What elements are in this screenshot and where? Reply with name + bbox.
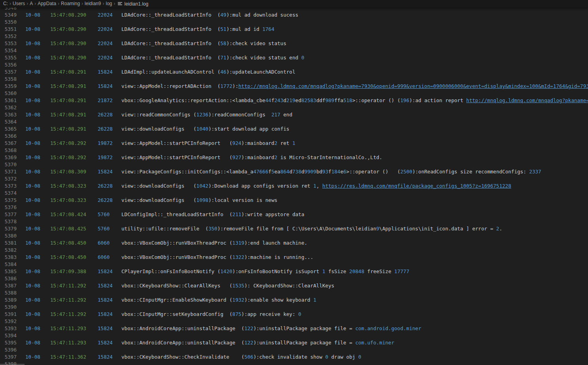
line-number[interactable]: 5352 (0, 33, 17, 40)
line-number[interactable]: 5365 (0, 125, 17, 133)
breadcrumb-item[interactable]: Roaming (61, 0, 80, 8)
line-number[interactable]: 5390 (0, 304, 17, 311)
line-number[interactable]: 5380 (0, 232, 17, 240)
breadcrumb-item[interactable]: leidian9 (85, 0, 101, 8)
log-date: 10-08 (25, 111, 50, 118)
line-number[interactable]: 5357 (0, 68, 17, 76)
log-line: 538510-0815:47:09.38815824CPlayerImpl::o… (0, 268, 588, 275)
chevron-right-icon: › (58, 0, 59, 8)
log-message: LDAdCore::_threadLoadStartInfo (49):mul … (121, 11, 298, 19)
log-time: 15:47:11.293 (50, 339, 98, 346)
line-number[interactable]: 5366 (0, 133, 17, 140)
chevron-right-icon: › (26, 0, 28, 8)
line-number[interactable]: 5359 (0, 83, 17, 90)
log-text: draw obj (328, 354, 358, 360)
log-url-link[interactable]: http://mnqlog.ldmnq.com/mnqadlog?pkaname… (466, 97, 588, 103)
breadcrumb-item[interactable]: C: (3, 0, 8, 8)
log-message: LDAdCore::_threadLoadStartInfo (58):chec… (121, 40, 286, 47)
log-text: ):local version is news (208, 197, 277, 203)
log-number: 1040 (197, 126, 208, 132)
line-number[interactable]: 5373 (0, 182, 17, 190)
log-message: view::readCommonConfigs (1236):readCommo… (121, 111, 292, 118)
log-line: 539110-0815:47:11.29215824vbox::CInputMg… (0, 311, 588, 318)
breadcrumb: C:›Users›A›AppData›Roaming›leidian9›log›… (0, 0, 588, 8)
log-url-link[interactable]: http://mnqlog.ldmnq.com/mnqadlog?pkaname… (238, 83, 588, 89)
line-number[interactable]: 5393 (0, 325, 17, 332)
log-number: 51 (220, 26, 226, 32)
log-text: , (316, 183, 322, 189)
breadcrumb-item[interactable]: log (106, 0, 112, 8)
line-number[interactable]: 5375 (0, 197, 17, 204)
line-number[interactable]: 5354 (0, 47, 17, 54)
line-number[interactable]: 5370 (0, 161, 17, 168)
log-text: vbox::CInputMgr::EnableShowKeyboard ( (121, 297, 233, 303)
log-file-icon (117, 1, 123, 8)
log-text: ):mainboard (241, 154, 274, 160)
line-number[interactable]: 5394 (0, 332, 17, 339)
line-number[interactable]: 5353 (0, 40, 17, 47)
line-number[interactable]: 5369 (0, 154, 17, 161)
line-number[interactable]: 5397 (0, 354, 17, 361)
line-number[interactable]: 5381 (0, 240, 17, 247)
breadcrumb-item[interactable]: Users (13, 0, 25, 8)
line-number[interactable]: 5386 (0, 275, 17, 282)
breadcrumb-item[interactable]: A (30, 0, 33, 8)
log-url-link[interactable]: https://res.ldmnq.com/mnqfile/package_co… (322, 183, 511, 189)
log-text: ret (277, 140, 292, 146)
line-number[interactable]: 5385 (0, 268, 17, 275)
line-number[interactable]: 5376 (0, 204, 17, 211)
line-number[interactable]: 5382 (0, 247, 17, 254)
line-number[interactable]: 5367 (0, 140, 17, 147)
log-number: 875 (233, 311, 242, 317)
line-number[interactable]: 5387 (0, 282, 17, 289)
line-number[interactable]: 5388 (0, 289, 17, 297)
line-number[interactable]: 5368 (0, 147, 17, 154)
line-number[interactable]: 5372 (0, 175, 17, 182)
log-line: 5394 (0, 332, 588, 339)
line-number[interactable]: 5351 (0, 26, 17, 33)
log-text: ):Download app configs version ret (208, 183, 313, 189)
line-number[interactable]: 5384 (0, 261, 17, 268)
line-number[interactable]: 5391 (0, 311, 17, 318)
line-number[interactable]: 5360 (0, 90, 17, 97)
breadcrumb-item[interactable]: AppData (38, 0, 56, 8)
line-number[interactable]: 5396 (0, 346, 17, 354)
log-text: ea (274, 169, 280, 175)
log-number: 989 (325, 97, 335, 103)
log-text: vbox::VBoxComObj::runVBoxThreadProc ( (121, 240, 233, 246)
line-number[interactable]: 5355 (0, 54, 17, 61)
log-message: view::downloadConfigs (1040):start downl… (121, 125, 289, 133)
log-date: 10-08 (25, 297, 50, 304)
line-number[interactable]: 5358 (0, 76, 17, 83)
line-number[interactable]: 5374 (0, 190, 17, 197)
line-number[interactable]: 5377 (0, 211, 17, 218)
log-line: 535910-0815:47:08.29115824view::AppModel… (0, 83, 588, 90)
line-number[interactable]: 5349 (0, 11, 17, 19)
line-number[interactable]: 5371 (0, 168, 17, 175)
line-number[interactable]: 5383 (0, 254, 17, 261)
line-number[interactable]: 5378 (0, 218, 17, 225)
log-time: 15:47:08.291 (50, 111, 98, 118)
line-number[interactable]: 5389 (0, 297, 17, 304)
line-number[interactable]: 5395 (0, 339, 17, 346)
log-number: 1 (292, 140, 295, 146)
log-line: 5370 (0, 161, 588, 168)
log-text: ffa (334, 97, 343, 103)
log-number: 1535 (233, 283, 244, 289)
line-number[interactable]: 5350 (0, 19, 17, 26)
line-number[interactable]: 5363 (0, 111, 17, 118)
log-time: 15:47:09.388 (50, 268, 98, 275)
line-number[interactable]: 5356 (0, 61, 17, 68)
breadcrumb-item-file[interactable]: leidian1.log (117, 1, 148, 7)
log-message: vbox::GoogleAnalytics::reportAction::<la… (121, 97, 588, 104)
line-number[interactable]: 5379 (0, 225, 17, 232)
line-number[interactable]: 5362 (0, 104, 17, 111)
log-line: 5398 (0, 361, 588, 365)
log-text: bd (316, 169, 322, 175)
line-number[interactable]: 5392 (0, 318, 17, 325)
log-line: 5384 (0, 261, 588, 268)
log-pid: 15824 (98, 282, 121, 289)
line-number[interactable]: 5364 (0, 118, 17, 125)
line-number[interactable]: 5361 (0, 97, 17, 104)
log-text: \Applications\init_icon.data ] error = (379, 226, 496, 232)
